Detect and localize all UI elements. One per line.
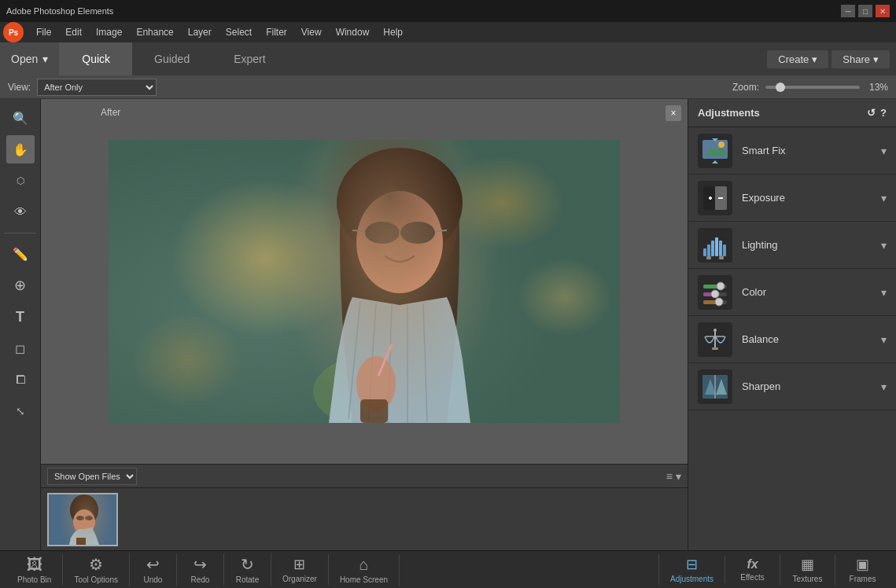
textures-panel-tab[interactable]: ▦ Textures [780,554,835,585]
selection-tool[interactable]: ⬡ [6,167,35,195]
eye-tool[interactable]: 👁 [6,198,35,226]
undo-tool[interactable]: ↩ Undo [130,553,177,586]
svg-point-20 [356,356,396,411]
balance-label: Balance [742,333,881,345]
adj-exposure[interactable]: Exposure ▾ [688,175,896,222]
minimize-button[interactable]: ─ [841,5,855,17]
eraser-tool[interactable]: ◻ [6,334,35,362]
brush-tool[interactable]: ✏️ [6,240,35,268]
svg-rect-21 [360,399,388,423]
menu-edit[interactable]: Edit [59,25,88,39]
menu-file[interactable]: File [30,25,57,39]
exposure-icon-box [698,181,732,215]
tab-expert[interactable]: Expert [212,42,287,75]
create-button[interactable]: Create ▾ [767,50,828,68]
canvas-close-button[interactable]: × [666,105,681,121]
balance-icon-box [698,322,732,357]
hand-tool[interactable]: ✋ [6,135,35,164]
canvas-wrapper: × After [41,99,688,464]
svg-point-63 [713,329,717,332]
status-bar: 🖼 Photo Bin ⚙ Tool Options ↩ Undo ↪ Redo… [0,550,896,588]
adj-lighting[interactable]: Lighting ▾ [688,222,896,269]
tool-options-tool[interactable]: ⚙ Tool Options [63,553,130,586]
svg-rect-1 [109,140,620,423]
adjustments-header: Adjustments ↺ ? [688,99,896,127]
adjustments-panel-tab[interactable]: ⊟ Adjustments [658,554,725,585]
effects-panel-icon: fx [747,557,758,571]
svg-line-19 [423,303,427,421]
svg-rect-28 [76,538,86,546]
exposure-chevron: ▾ [881,192,887,204]
lighting-icon-box [698,228,732,263]
app-title: Adobe Photoshop Elements [6,6,113,16]
tab-quick[interactable]: Quick [60,42,132,75]
frames-panel-tab[interactable]: ▣ Frames [835,554,890,585]
photo-bin-label: Photo Bin [17,575,51,584]
menu-enhance[interactable]: Enhance [130,25,179,39]
stamp-tool[interactable]: ⊕ [6,271,35,300]
svg-line-12 [352,230,365,231]
menu-filter[interactable]: Filter [260,25,293,39]
svg-point-52 [717,282,725,290]
thumb-svg [49,494,118,546]
tab-guided[interactable]: Guided [132,42,212,75]
svg-line-16 [368,303,376,421]
svg-rect-0 [109,140,620,423]
film-thumbnail[interactable] [47,493,118,546]
rotate-tool[interactable]: ↻ Rotate [224,553,271,586]
organizer-tool[interactable]: ⊞ Organizer [271,554,329,585]
adj-balance[interactable]: Balance ▾ [688,316,896,363]
show-open-files-select[interactable]: Show Open Files Show Folder Recent Files [47,468,137,485]
bottom-right-tools: ⊟ Adjustments fx Effects ▦ Textures ▣ Fr… [658,554,890,585]
color-label: Color [742,286,881,298]
svg-point-26 [76,516,84,520]
zoom-slider[interactable] [765,86,860,89]
menu-window[interactable]: Window [330,25,376,39]
redo-tool[interactable]: ↪ Redo [177,553,224,586]
help-icon[interactable]: ? [880,107,887,119]
svg-point-8 [337,148,463,258]
menu-select[interactable]: Select [219,25,258,39]
zoom-tool[interactable]: 🔍 [6,104,35,132]
menu-image[interactable]: Image [90,25,128,39]
refresh-icon[interactable]: ↺ [867,107,876,119]
sharpen-label: Sharpen [742,380,881,392]
menu-view[interactable]: View [295,25,328,39]
view-select[interactable]: After Only Before Only Before & After Ho… [37,79,157,96]
menu-bar: Ps File Edit Image Enhance Layer Select … [0,22,896,42]
svg-rect-44 [715,237,718,256]
share-button[interactable]: Share ▾ [831,50,890,68]
menu-layer[interactable]: Layer [182,25,218,39]
lighting-icon [701,231,729,259]
adj-color[interactable]: Color ▾ [688,269,896,316]
undo-icon: ↩ [146,555,160,574]
menu-help[interactable]: Help [377,25,409,39]
open-button[interactable]: Open ▾ [0,42,60,75]
text-tool[interactable]: T [6,303,35,331]
effects-panel-tab[interactable]: fx Effects [725,556,780,583]
adjustments-panel-label: Adjustments [670,575,713,583]
svg-rect-43 [711,241,714,256]
crop-tool[interactable]: ⧠ [6,366,35,394]
sharpen-icon [701,373,729,401]
exposure-label: Exposure [742,192,881,204]
sharpen-icon-box [698,369,732,404]
svg-rect-42 [707,244,710,256]
redo-icon: ↪ [194,555,207,574]
svg-line-13 [435,230,447,231]
maximize-button[interactable]: □ [858,5,872,17]
filmstrip-expand[interactable]: ▾ [676,470,681,483]
adj-smart-fix[interactable]: Smart Fix ▾ [688,127,896,175]
filmstrip-list-view[interactable]: ≡ [666,470,673,483]
adjustments-panel-icon: ⊟ [686,556,698,573]
transform-tool[interactable]: ⤡ [6,397,35,425]
svg-rect-23 [49,494,118,546]
close-button[interactable]: ✕ [876,5,890,17]
photo-bin-icon: 🖼 [27,556,42,574]
home-screen-tool[interactable]: ⌂ Home Screen [329,554,400,586]
svg-point-25 [73,509,95,535]
left-toolbar: 🔍 ✋ ⬡ 👁 ✏️ ⊕ T ◻ ⧠ ⤡ [0,99,41,550]
adj-sharpen[interactable]: Sharpen ▾ [688,363,896,410]
photo-bin-tool[interactable]: 🖼 Photo Bin [6,554,63,586]
right-panel: Adjustments ↺ ? Smart Fix [688,99,896,550]
